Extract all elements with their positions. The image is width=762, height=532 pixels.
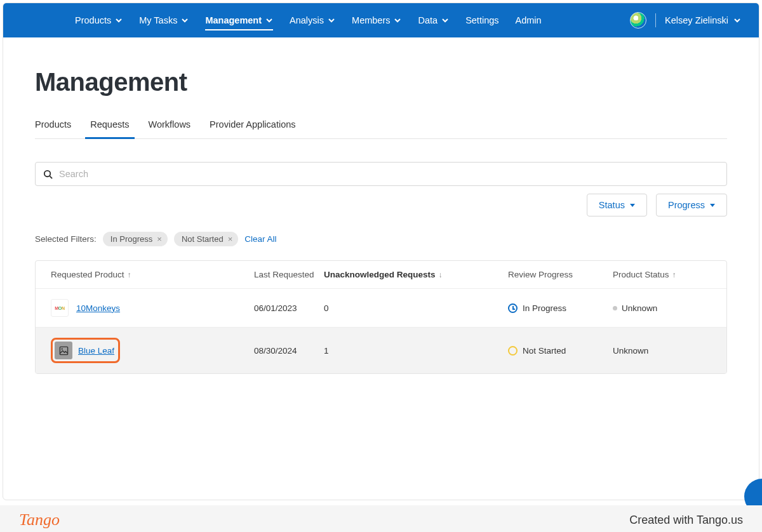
caret-down-icon <box>630 204 635 207</box>
svg-rect-2 <box>60 347 67 354</box>
close-icon[interactable]: × <box>228 234 233 244</box>
status-dot-icon <box>613 306 617 310</box>
image-placeholder-icon <box>55 342 72 359</box>
nav-admin[interactable]: Admin <box>507 5 550 36</box>
svg-point-0 <box>44 170 50 176</box>
selected-filters-label: Selected Filters: <box>35 234 97 244</box>
tab-provider-applications[interactable]: Provider Applications <box>210 112 295 138</box>
tab-products[interactable]: Products <box>35 112 71 138</box>
cell-review-progress: Not Started <box>523 346 566 356</box>
filter-chip-in-progress[interactable]: In Progress× <box>103 232 168 246</box>
svg-line-1 <box>50 176 52 178</box>
col-last-requested[interactable]: Last Requested <box>254 270 324 279</box>
tutorial-highlight: Blue Leaf <box>51 338 120 363</box>
product-link-blue-leaf[interactable]: Blue Leaf <box>78 346 114 356</box>
avatar[interactable] <box>630 12 646 29</box>
col-unacknowledged-requests[interactable]: Unacknowledged Requests↓ <box>324 270 508 279</box>
chevron-down-icon <box>733 17 741 24</box>
footer: Tango Created with Tango.us <box>0 505 762 532</box>
col-requested-product[interactable]: Requested Product↑ <box>51 270 254 279</box>
col-review-progress[interactable]: Review Progress <box>508 270 613 279</box>
tabs: Products Requests Workflows Provider App… <box>35 112 727 139</box>
clock-icon <box>508 303 518 313</box>
cell-unack: 0 <box>324 303 508 313</box>
nav-settings[interactable]: Settings <box>457 5 507 36</box>
product-thumbnail-icon: MON <box>51 299 69 317</box>
user-menu[interactable]: Kelsey Zielinski <box>665 15 741 25</box>
chevron-down-icon <box>115 17 123 24</box>
cell-product-status: Unknown <box>613 346 648 356</box>
sort-asc-icon: ↑ <box>128 270 131 279</box>
product-link-10monkeys[interactable]: 10Monkeys <box>76 303 120 313</box>
footer-tagline: Created with Tango.us <box>629 514 743 527</box>
chevron-down-icon <box>441 17 449 24</box>
cell-review-progress: In Progress <box>523 303 566 313</box>
requests-table: Requested Product↑ Last Requested Unackn… <box>35 260 727 374</box>
divider <box>655 13 656 27</box>
top-nav: Products My Tasks Management Analysis Me… <box>3 3 759 37</box>
nav-management[interactable]: Management <box>197 5 281 36</box>
search-input[interactable] <box>59 169 719 179</box>
table-header: Requested Product↑ Last Requested Unackn… <box>36 261 726 288</box>
col-product-status[interactable]: Product Status↑ <box>613 270 721 279</box>
search-field[interactable] <box>35 162 727 186</box>
chevron-down-icon <box>265 17 273 24</box>
svg-point-3 <box>61 348 62 349</box>
nav-my-tasks[interactable]: My Tasks <box>131 5 197 36</box>
cell-last-requested: 06/01/2023 <box>254 303 324 313</box>
cell-unack: 1 <box>324 346 508 356</box>
sort-asc-icon: ↑ <box>672 270 676 279</box>
sort-desc-icon: ↓ <box>439 270 443 279</box>
table-row: MON 10Monkeys 06/01/2023 0 In Progress U… <box>36 288 726 327</box>
tango-logo: Tango <box>19 510 60 529</box>
chevron-down-icon <box>181 17 189 24</box>
table-row: Blue Leaf 08/30/2024 1 Not Started Unkno… <box>36 327 726 373</box>
clear-all-link[interactable]: Clear All <box>244 234 276 244</box>
nav-data[interactable]: Data <box>410 5 457 36</box>
chevron-down-icon <box>328 17 335 24</box>
selected-filters: Selected Filters: In Progress× Not Start… <box>35 232 727 246</box>
chevron-down-icon <box>394 17 401 24</box>
close-icon[interactable]: × <box>157 234 162 244</box>
nav-analysis[interactable]: Analysis <box>281 5 344 36</box>
cell-last-requested: 08/30/2024 <box>254 346 324 356</box>
cell-product-status: Unknown <box>622 303 657 313</box>
search-icon <box>43 170 53 179</box>
nav-members[interactable]: Members <box>344 5 410 36</box>
progress-filter-button[interactable]: Progress <box>656 194 727 216</box>
circle-outline-icon <box>508 346 518 356</box>
tab-workflows[interactable]: Workflows <box>149 112 191 138</box>
nav-products[interactable]: Products <box>67 5 131 36</box>
page-title: Management <box>35 68 727 96</box>
tab-requests[interactable]: Requests <box>90 112 129 138</box>
caret-down-icon <box>710 204 715 207</box>
status-filter-button[interactable]: Status <box>587 194 647 216</box>
filter-chip-not-started[interactable]: Not Started× <box>174 232 238 246</box>
